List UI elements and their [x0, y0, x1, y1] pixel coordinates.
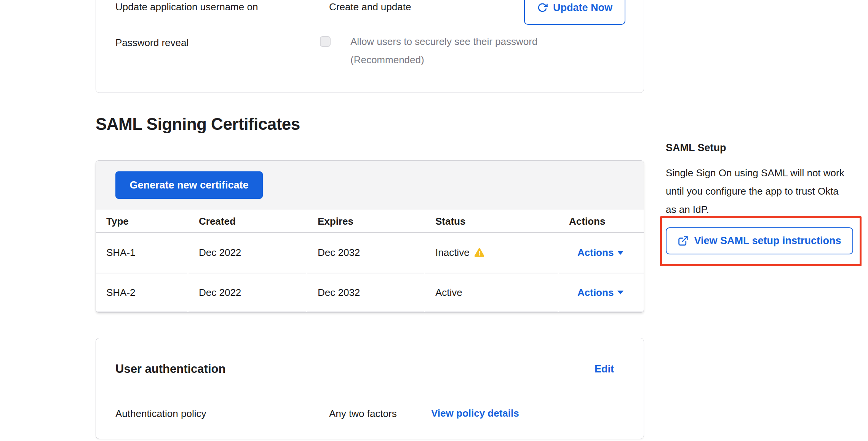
password-reveal-checkbox-label: Allow users to securely see their passwo… — [350, 32, 571, 69]
cert-actions-cell: Actions — [559, 233, 644, 273]
external-link-icon — [678, 235, 689, 246]
app-settings-card: Update application username on Create an… — [96, 0, 644, 93]
view-saml-setup-instructions-label: View SAML setup instructions — [694, 235, 841, 247]
update-now-button[interactable]: Update Now — [524, 0, 625, 25]
caret-down-icon — [617, 251, 623, 255]
user-authentication-card: User authentication Edit Authentication … — [96, 338, 644, 439]
view-saml-setup-instructions-button[interactable]: View SAML setup instructions — [666, 227, 853, 254]
cert-created: Dec 2022 — [189, 233, 306, 273]
cert-status: Inactive — [435, 247, 470, 259]
cert-expires: Dec 2032 — [307, 273, 424, 312]
authentication-policy-value: Any two factors — [329, 407, 397, 420]
actions-dropdown-label: Actions — [577, 287, 614, 299]
cert-type: SHA-2 — [96, 273, 187, 312]
refresh-icon — [537, 2, 548, 13]
cert-expires: Dec 2032 — [307, 233, 424, 273]
certificates-table-card: Generate new certificate Type Created Ex… — [96, 160, 644, 313]
warning-icon — [474, 248, 484, 258]
cert-type: SHA-1 — [96, 233, 187, 273]
caret-down-icon — [617, 291, 623, 294]
actions-dropdown-sha1[interactable]: Actions — [577, 247, 623, 259]
cert-created: Dec 2022 — [189, 273, 306, 312]
table-row: SHA-2 Dec 2022 Dec 2032 Active Actions — [96, 273, 644, 312]
cert-status-cell: Inactive — [425, 233, 558, 273]
column-header-type: Type — [96, 210, 187, 232]
username-update-value: Create and update — [329, 0, 411, 13]
password-reveal-checkbox[interactable] — [320, 36, 331, 47]
actions-dropdown-sha2[interactable]: Actions — [577, 287, 623, 299]
table-row: SHA-1 Dec 2022 Dec 2032 Inactive Actions — [96, 233, 644, 273]
update-now-label: Update Now — [553, 2, 612, 14]
certificates-table-toolbar: Generate new certificate — [96, 161, 644, 210]
column-header-expires: Expires — [307, 210, 424, 232]
authentication-policy-label: Authentication policy — [115, 407, 206, 420]
table-header-row: Type Created Expires Status Actions — [96, 210, 644, 233]
actions-dropdown-label: Actions — [577, 247, 614, 259]
saml-setup-title: SAML Setup — [666, 141, 726, 155]
cert-status: Active — [435, 287, 462, 299]
user-authentication-title: User authentication — [115, 361, 225, 377]
column-header-created: Created — [189, 210, 306, 232]
saml-setup-description: Single Sign On using SAML will not work … — [666, 164, 849, 219]
generate-certificate-button[interactable]: Generate new certificate — [115, 171, 263, 199]
column-header-actions: Actions — [559, 210, 644, 232]
username-update-label: Update application username on — [115, 0, 258, 13]
column-header-status: Status — [425, 210, 558, 232]
edit-link[interactable]: Edit — [595, 363, 614, 375]
cert-actions-cell: Actions — [559, 273, 644, 312]
cert-status-cell: Active — [425, 273, 558, 312]
password-reveal-label: Password reveal — [115, 36, 189, 49]
view-policy-details-link[interactable]: View policy details — [431, 407, 519, 419]
saml-certificates-heading: SAML Signing Certificates — [96, 114, 300, 134]
